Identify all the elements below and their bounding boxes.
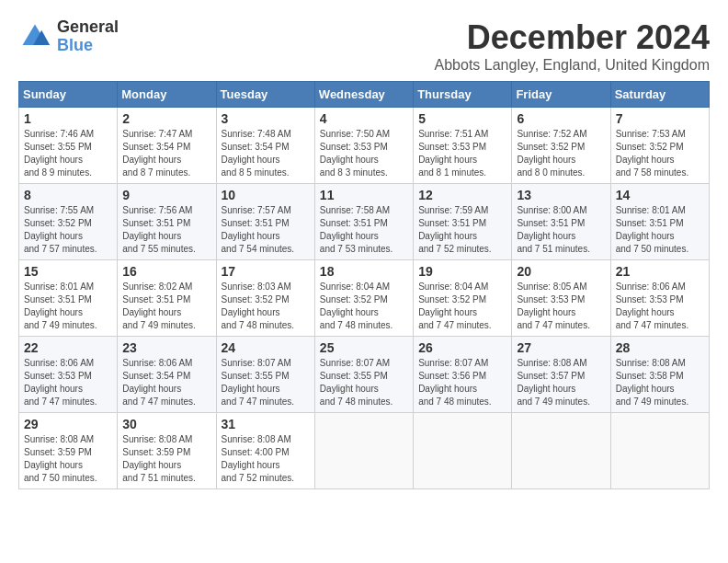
calendar-day-cell: 6 Sunrise: 7:52 AMSunset: 3:52 PMDayligh… [512,108,610,184]
logo-general-text: General [57,18,119,37]
month-title: December 2024 [435,18,710,57]
day-info: Sunrise: 7:50 AMSunset: 3:53 PMDaylight … [320,129,390,178]
col-thursday: Thursday [414,82,512,108]
day-info: Sunrise: 8:08 AMSunset: 3:59 PMDaylight … [24,434,97,483]
calendar-header-row: Sunday Monday Tuesday Wednesday Thursday… [19,82,710,108]
day-number: 14 [616,188,704,202]
day-info: Sunrise: 7:47 AMSunset: 3:54 PMDaylight … [122,129,192,178]
day-number: 3 [222,111,310,126]
calendar-day-cell: 24 Sunrise: 8:07 AMSunset: 3:55 PMDaylig… [216,337,314,413]
day-number: 1 [24,111,112,126]
calendar-day-cell: 10 Sunrise: 7:57 AMSunset: 3:51 PMDaylig… [216,184,314,260]
location-text: Abbots Langley, England, United Kingdom [435,57,710,74]
day-number: 10 [222,188,310,202]
day-number: 18 [320,264,408,279]
day-number: 13 [517,188,605,202]
day-number: 26 [418,340,506,355]
day-info: Sunrise: 8:08 AMSunset: 3:59 PMDaylight … [122,434,196,483]
calendar-day-cell: 4 Sunrise: 7:50 AMSunset: 3:53 PMDayligh… [314,108,413,184]
calendar-day-cell: 18 Sunrise: 8:04 AMSunset: 3:52 PMDaylig… [314,260,413,337]
calendar-day-cell: 30 Sunrise: 8:08 AMSunset: 3:59 PMDaylig… [118,413,216,489]
day-info: Sunrise: 8:03 AMSunset: 3:52 PMDaylight … [222,282,295,330]
day-info: Sunrise: 7:53 AMSunset: 3:52 PMDaylight … [616,129,689,178]
calendar-day-cell: 12 Sunrise: 7:59 AMSunset: 3:51 PMDaylig… [414,184,512,260]
day-number: 20 [517,264,605,279]
day-number: 19 [418,264,506,279]
calendar-day-cell: 11 Sunrise: 7:58 AMSunset: 3:51 PMDaylig… [314,184,413,260]
day-info: Sunrise: 7:48 AMSunset: 3:54 PMDaylight … [222,129,291,178]
day-number: 25 [320,340,408,355]
day-info: Sunrise: 7:57 AMSunset: 3:51 PMDaylight … [222,205,295,254]
calendar: Sunday Monday Tuesday Wednesday Thursday… [18,81,710,489]
day-info: Sunrise: 8:06 AMSunset: 3:53 PMDaylight … [616,282,689,330]
day-number: 2 [122,111,210,126]
day-number: 23 [122,340,210,355]
day-info: Sunrise: 8:05 AMSunset: 3:53 PMDaylight … [517,282,590,330]
day-info: Sunrise: 8:07 AMSunset: 3:55 PMDaylight … [222,358,295,407]
day-number: 17 [222,264,310,279]
day-number: 24 [222,340,310,355]
day-info: Sunrise: 7:55 AMSunset: 3:52 PMDaylight … [24,205,97,254]
calendar-day-cell: 2 Sunrise: 7:47 AMSunset: 3:54 PMDayligh… [118,108,216,184]
col-saturday: Saturday [610,82,709,108]
day-info: Sunrise: 8:02 AMSunset: 3:51 PMDaylight … [122,282,196,330]
day-info: Sunrise: 8:07 AMSunset: 3:55 PMDaylight … [320,358,393,407]
calendar-day-cell: 25 Sunrise: 8:07 AMSunset: 3:55 PMDaylig… [314,337,413,413]
calendar-day-cell: 5 Sunrise: 7:51 AMSunset: 3:53 PMDayligh… [414,108,512,184]
calendar-day-cell: 14 Sunrise: 8:01 AMSunset: 3:51 PMDaylig… [610,184,709,260]
col-wednesday: Wednesday [314,82,413,108]
day-info: Sunrise: 8:08 AMSunset: 3:57 PMDaylight … [517,358,590,407]
day-number: 11 [320,188,408,202]
col-friday: Friday [512,82,610,108]
day-info: Sunrise: 8:08 AMSunset: 3:58 PMDaylight … [616,358,689,407]
col-monday: Monday [118,82,216,108]
day-info: Sunrise: 8:00 AMSunset: 3:51 PMDaylight … [517,205,590,254]
calendar-day-cell: 3 Sunrise: 7:48 AMSunset: 3:54 PMDayligh… [216,108,314,184]
day-info: Sunrise: 7:52 AMSunset: 3:52 PMDaylight … [517,129,586,178]
day-number: 6 [517,111,605,126]
calendar-day-cell: 28 Sunrise: 8:08 AMSunset: 3:58 PMDaylig… [610,337,709,413]
calendar-week-row: 8 Sunrise: 7:55 AMSunset: 3:52 PMDayligh… [19,184,710,260]
logo-blue-text: Blue [57,37,119,55]
calendar-day-cell: 23 Sunrise: 8:06 AMSunset: 3:54 PMDaylig… [118,337,216,413]
calendar-day-cell: 15 Sunrise: 8:01 AMSunset: 3:51 PMDaylig… [19,260,118,337]
calendar-day-cell: 16 Sunrise: 8:02 AMSunset: 3:51 PMDaylig… [118,260,216,337]
calendar-day-cell: 17 Sunrise: 8:03 AMSunset: 3:52 PMDaylig… [216,260,314,337]
day-number: 7 [616,111,704,126]
day-number: 4 [320,111,408,126]
calendar-day-cell: 1 Sunrise: 7:46 AMSunset: 3:55 PMDayligh… [19,108,118,184]
day-number: 29 [24,417,112,431]
calendar-day-cell: 13 Sunrise: 8:00 AMSunset: 3:51 PMDaylig… [512,184,610,260]
calendar-day-cell: 20 Sunrise: 8:05 AMSunset: 3:53 PMDaylig… [512,260,610,337]
day-number: 8 [24,188,112,202]
calendar-empty-cell [512,413,610,489]
calendar-day-cell: 26 Sunrise: 8:07 AMSunset: 3:56 PMDaylig… [414,337,512,413]
calendar-empty-cell [314,413,413,489]
day-info: Sunrise: 8:08 AMSunset: 4:00 PMDaylight … [222,434,295,483]
calendar-day-cell: 22 Sunrise: 8:06 AMSunset: 3:53 PMDaylig… [19,337,118,413]
day-number: 12 [418,188,506,202]
day-number: 16 [122,264,210,279]
calendar-day-cell: 27 Sunrise: 8:08 AMSunset: 3:57 PMDaylig… [512,337,610,413]
header: General Blue December 2024 Abbots Langle… [18,18,710,74]
calendar-day-cell: 19 Sunrise: 8:04 AMSunset: 3:52 PMDaylig… [414,260,512,337]
day-number: 22 [24,340,112,355]
day-info: Sunrise: 7:46 AMSunset: 3:55 PMDaylight … [24,129,94,178]
day-number: 9 [122,188,210,202]
calendar-day-cell: 29 Sunrise: 8:08 AMSunset: 3:59 PMDaylig… [19,413,118,489]
day-info: Sunrise: 7:56 AMSunset: 3:51 PMDaylight … [122,205,196,254]
calendar-week-row: 29 Sunrise: 8:08 AMSunset: 3:59 PMDaylig… [19,413,710,489]
day-info: Sunrise: 8:07 AMSunset: 3:56 PMDaylight … [418,358,492,407]
day-info: Sunrise: 8:04 AMSunset: 3:52 PMDaylight … [320,282,393,330]
day-number: 15 [24,264,112,279]
calendar-day-cell: 9 Sunrise: 7:56 AMSunset: 3:51 PMDayligh… [118,184,216,260]
calendar-week-row: 22 Sunrise: 8:06 AMSunset: 3:53 PMDaylig… [19,337,710,413]
day-number: 30 [122,417,210,431]
calendar-empty-cell [610,413,709,489]
logo: General Blue [18,18,119,55]
day-info: Sunrise: 7:59 AMSunset: 3:51 PMDaylight … [418,205,492,254]
day-info: Sunrise: 8:01 AMSunset: 3:51 PMDaylight … [24,282,97,330]
calendar-day-cell: 8 Sunrise: 7:55 AMSunset: 3:52 PMDayligh… [19,184,118,260]
calendar-week-row: 1 Sunrise: 7:46 AMSunset: 3:55 PMDayligh… [19,108,710,184]
day-number: 31 [222,417,310,431]
